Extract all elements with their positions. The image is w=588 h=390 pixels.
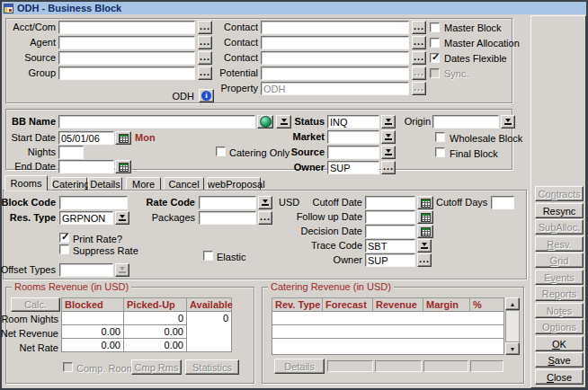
cell-net-rate-picked-up: 0.00 xyxy=(123,338,187,352)
source-lov-button[interactable]: ... xyxy=(198,51,212,65)
cutoff-date-input[interactable] xyxy=(365,196,415,209)
status-input[interactable] xyxy=(327,115,379,129)
print-rate-checkbox[interactable] xyxy=(59,233,69,243)
owner2-input[interactable] xyxy=(365,253,415,267)
dates-flexible-checkbox[interactable] xyxy=(430,53,440,63)
follow-up-date-input[interactable] xyxy=(365,210,415,224)
packages-input[interactable] xyxy=(199,211,256,225)
tab-cancel[interactable]: Cancel xyxy=(164,177,204,191)
tab-catering[interactable]: Catering xyxy=(51,177,87,191)
scroll-up-button[interactable]: ▲ xyxy=(505,297,520,310)
close-button[interactable]: Close xyxy=(535,369,584,385)
contact1-lov-button[interactable]: ... xyxy=(412,21,426,34)
contact1-input[interactable] xyxy=(261,21,409,34)
save-button[interactable]: Save xyxy=(535,352,584,368)
start-date-input[interactable] xyxy=(58,131,114,145)
tab-more[interactable]: More xyxy=(126,177,161,191)
cell-net-rate-blocked: 0.00 xyxy=(61,338,124,352)
end-date-label: End Date xyxy=(4,161,56,173)
contact3-lov-button[interactable]: ... xyxy=(412,51,426,65)
group-input[interactable] xyxy=(58,66,195,80)
source-mid-label: Source xyxy=(252,146,325,158)
acct-com-lov-button[interactable]: ... xyxy=(198,21,212,34)
tab-details[interactable]: Details xyxy=(88,177,122,191)
print-rate-label: Print Rate? xyxy=(73,234,136,245)
acct-com-label: Acct/Com xyxy=(4,22,56,33)
info-icon: i xyxy=(201,91,211,101)
trace-code-input[interactable] xyxy=(365,239,415,253)
column-header-blocked: Blocked xyxy=(61,297,124,312)
decision-date-input[interactable] xyxy=(365,225,415,238)
offset-types-dropdown-button xyxy=(115,263,129,277)
group-lov-button[interactable]: ... xyxy=(198,66,212,80)
wholesale-block-checkbox[interactable] xyxy=(435,132,445,142)
cell-net-revenue-picked-up: 0.00 xyxy=(123,324,187,339)
rate-code-input[interactable] xyxy=(199,196,256,209)
resync-button[interactable]: Resync xyxy=(535,203,584,218)
contact2-input[interactable] xyxy=(261,36,409,49)
owner2-lov-button[interactable]: ... xyxy=(417,253,432,267)
decision-date-calendar-button[interactable] xyxy=(417,225,433,238)
agent-lov-button[interactable]: ... xyxy=(198,36,212,49)
final-block-checkbox[interactable] xyxy=(435,147,445,157)
elastic-checkbox[interactable] xyxy=(203,251,213,261)
market-input[interactable] xyxy=(327,130,379,144)
end-date-calendar-button[interactable] xyxy=(115,160,131,173)
rooms-revenue-title: Rooms Revenue (in USD) xyxy=(12,281,131,292)
offset-types-input[interactable] xyxy=(59,263,113,277)
res-type-input[interactable] xyxy=(59,211,113,225)
column-header-available: Available xyxy=(186,297,232,312)
sync-checkbox xyxy=(430,68,440,78)
dropdown-icon xyxy=(119,215,126,221)
contact3-label: Contact xyxy=(213,52,258,64)
end-date-input[interactable] xyxy=(58,160,114,173)
scrollbar-track[interactable] xyxy=(505,310,520,342)
catering-revenue-title: Catering Revenue (in USD) xyxy=(268,281,394,292)
nights-input[interactable] xyxy=(58,146,84,159)
start-date-calendar-button[interactable] xyxy=(115,131,131,145)
source-mid-dropdown-button[interactable] xyxy=(381,146,396,159)
master-allocation-checkbox[interactable] xyxy=(430,38,440,48)
status-label: Status xyxy=(252,116,325,128)
cutoff-days-input[interactable] xyxy=(491,196,514,209)
origin-dropdown-button[interactable] xyxy=(501,115,515,129)
elastic-label: Elastic xyxy=(217,252,262,263)
details-button: Details xyxy=(274,359,325,374)
source-input[interactable] xyxy=(58,51,195,65)
bb-name-input[interactable] xyxy=(58,115,255,129)
ok-button[interactable]: OK xyxy=(535,336,584,351)
catering-only-checkbox[interactable] xyxy=(216,146,226,156)
contact3-input[interactable] xyxy=(261,51,409,65)
scroll-down-icon: ▼ xyxy=(510,346,516,352)
title-bar[interactable]: ODH - Business Block xyxy=(2,2,586,14)
potential-input[interactable] xyxy=(261,66,409,80)
column-header-rev-type: Rev. Type xyxy=(272,297,323,312)
source-mid-input[interactable] xyxy=(327,146,379,159)
market-dropdown-button[interactable] xyxy=(381,130,396,144)
agent-label: Agent xyxy=(4,37,56,49)
business-block-window: ODH - Business Block Acct/Com ... Agent … xyxy=(0,0,588,390)
scroll-down-button[interactable]: ▼ xyxy=(505,342,520,355)
tab-webproposal[interactable]: webProposal xyxy=(207,177,261,191)
contact1-label: Contact xyxy=(213,22,258,33)
contact2-lov-button[interactable]: ... xyxy=(412,36,426,49)
acct-com-input[interactable] xyxy=(58,21,195,34)
info-button[interactable]: i xyxy=(199,89,214,102)
trace-code-dropdown-button[interactable] xyxy=(417,239,432,253)
cutoff-date-calendar-button[interactable] xyxy=(417,196,433,209)
notes-button: Notes xyxy=(535,303,584,318)
origin-input[interactable] xyxy=(432,115,499,129)
suppress-rate-checkbox[interactable] xyxy=(59,244,69,254)
calendar-icon xyxy=(421,213,431,222)
agent-input[interactable] xyxy=(58,36,195,49)
block-code-input[interactable] xyxy=(59,196,128,209)
follow-up-date-calendar-button[interactable] xyxy=(417,210,433,224)
owner-input[interactable] xyxy=(327,161,379,174)
dropdown-icon xyxy=(504,119,512,125)
contracts-button: Contracts xyxy=(535,186,584,201)
res-type-dropdown-button[interactable] xyxy=(115,211,129,225)
master-block-checkbox[interactable] xyxy=(430,22,440,32)
app-icon xyxy=(4,4,13,13)
tab-rooms[interactable]: Rooms xyxy=(4,175,48,191)
owner-lov-button[interactable]: ... xyxy=(381,161,396,174)
